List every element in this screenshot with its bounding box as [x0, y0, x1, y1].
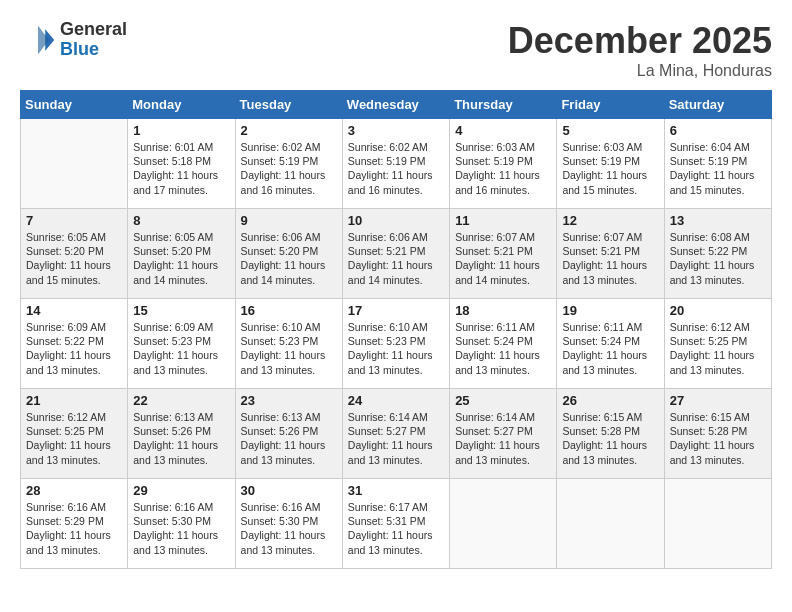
- calendar-cell: 9Sunrise: 6:06 AMSunset: 5:20 PMDaylight…: [235, 209, 342, 299]
- day-info: Sunrise: 6:03 AMSunset: 5:19 PMDaylight:…: [562, 140, 658, 197]
- day-info: Sunrise: 6:15 AMSunset: 5:28 PMDaylight:…: [670, 410, 766, 467]
- day-info: Sunrise: 6:11 AMSunset: 5:24 PMDaylight:…: [455, 320, 551, 377]
- day-info: Sunrise: 6:10 AMSunset: 5:23 PMDaylight:…: [348, 320, 444, 377]
- day-info: Sunrise: 6:02 AMSunset: 5:19 PMDaylight:…: [241, 140, 337, 197]
- calendar-cell: 11Sunrise: 6:07 AMSunset: 5:21 PMDayligh…: [450, 209, 557, 299]
- calendar-cell: 15Sunrise: 6:09 AMSunset: 5:23 PMDayligh…: [128, 299, 235, 389]
- weekday-header-wednesday: Wednesday: [342, 91, 449, 119]
- calendar-cell: 25Sunrise: 6:14 AMSunset: 5:27 PMDayligh…: [450, 389, 557, 479]
- calendar-cell: 19Sunrise: 6:11 AMSunset: 5:24 PMDayligh…: [557, 299, 664, 389]
- day-number: 7: [26, 213, 122, 228]
- day-number: 26: [562, 393, 658, 408]
- day-number: 23: [241, 393, 337, 408]
- day-info: Sunrise: 6:13 AMSunset: 5:26 PMDaylight:…: [241, 410, 337, 467]
- calendar-cell: [21, 119, 128, 209]
- day-info: Sunrise: 6:02 AMSunset: 5:19 PMDaylight:…: [348, 140, 444, 197]
- day-info: Sunrise: 6:06 AMSunset: 5:20 PMDaylight:…: [241, 230, 337, 287]
- day-info: Sunrise: 6:04 AMSunset: 5:19 PMDaylight:…: [670, 140, 766, 197]
- weekday-header-thursday: Thursday: [450, 91, 557, 119]
- calendar-cell: [450, 479, 557, 569]
- calendar-cell: 22Sunrise: 6:13 AMSunset: 5:26 PMDayligh…: [128, 389, 235, 479]
- day-number: 24: [348, 393, 444, 408]
- calendar-cell: 3Sunrise: 6:02 AMSunset: 5:19 PMDaylight…: [342, 119, 449, 209]
- day-info: Sunrise: 6:16 AMSunset: 5:30 PMDaylight:…: [133, 500, 229, 557]
- calendar-week-row: 28Sunrise: 6:16 AMSunset: 5:29 PMDayligh…: [21, 479, 772, 569]
- day-info: Sunrise: 6:12 AMSunset: 5:25 PMDaylight:…: [670, 320, 766, 377]
- calendar-cell: 26Sunrise: 6:15 AMSunset: 5:28 PMDayligh…: [557, 389, 664, 479]
- location-title: La Mina, Honduras: [508, 62, 772, 80]
- logo-blue-text: Blue: [60, 40, 127, 60]
- logo-icon: [20, 22, 56, 58]
- weekday-header-monday: Monday: [128, 91, 235, 119]
- calendar-cell: 28Sunrise: 6:16 AMSunset: 5:29 PMDayligh…: [21, 479, 128, 569]
- day-info: Sunrise: 6:08 AMSunset: 5:22 PMDaylight:…: [670, 230, 766, 287]
- calendar-cell: 10Sunrise: 6:06 AMSunset: 5:21 PMDayligh…: [342, 209, 449, 299]
- day-number: 3: [348, 123, 444, 138]
- day-number: 15: [133, 303, 229, 318]
- day-number: 30: [241, 483, 337, 498]
- day-number: 12: [562, 213, 658, 228]
- calendar-cell: 14Sunrise: 6:09 AMSunset: 5:22 PMDayligh…: [21, 299, 128, 389]
- calendar-cell: 23Sunrise: 6:13 AMSunset: 5:26 PMDayligh…: [235, 389, 342, 479]
- day-info: Sunrise: 6:14 AMSunset: 5:27 PMDaylight:…: [455, 410, 551, 467]
- day-number: 17: [348, 303, 444, 318]
- calendar-week-row: 1Sunrise: 6:01 AMSunset: 5:18 PMDaylight…: [21, 119, 772, 209]
- day-info: Sunrise: 6:16 AMSunset: 5:30 PMDaylight:…: [241, 500, 337, 557]
- day-info: Sunrise: 6:07 AMSunset: 5:21 PMDaylight:…: [455, 230, 551, 287]
- day-number: 28: [26, 483, 122, 498]
- day-info: Sunrise: 6:13 AMSunset: 5:26 PMDaylight:…: [133, 410, 229, 467]
- weekday-header-saturday: Saturday: [664, 91, 771, 119]
- calendar-cell: 6Sunrise: 6:04 AMSunset: 5:19 PMDaylight…: [664, 119, 771, 209]
- calendar-cell: 24Sunrise: 6:14 AMSunset: 5:27 PMDayligh…: [342, 389, 449, 479]
- day-info: Sunrise: 6:05 AMSunset: 5:20 PMDaylight:…: [133, 230, 229, 287]
- calendar-cell: [664, 479, 771, 569]
- day-number: 4: [455, 123, 551, 138]
- calendar-cell: 20Sunrise: 6:12 AMSunset: 5:25 PMDayligh…: [664, 299, 771, 389]
- day-number: 9: [241, 213, 337, 228]
- day-number: 1: [133, 123, 229, 138]
- calendar-cell: 31Sunrise: 6:17 AMSunset: 5:31 PMDayligh…: [342, 479, 449, 569]
- day-info: Sunrise: 6:17 AMSunset: 5:31 PMDaylight:…: [348, 500, 444, 557]
- day-number: 14: [26, 303, 122, 318]
- day-number: 2: [241, 123, 337, 138]
- svg-marker-1: [38, 25, 49, 54]
- day-info: Sunrise: 6:12 AMSunset: 5:25 PMDaylight:…: [26, 410, 122, 467]
- day-number: 11: [455, 213, 551, 228]
- calendar-cell: 8Sunrise: 6:05 AMSunset: 5:20 PMDaylight…: [128, 209, 235, 299]
- day-number: 5: [562, 123, 658, 138]
- calendar-week-row: 14Sunrise: 6:09 AMSunset: 5:22 PMDayligh…: [21, 299, 772, 389]
- page-header: General Blue December 2025 La Mina, Hond…: [20, 20, 772, 80]
- weekday-header-sunday: Sunday: [21, 91, 128, 119]
- day-info: Sunrise: 6:06 AMSunset: 5:21 PMDaylight:…: [348, 230, 444, 287]
- calendar-cell: 7Sunrise: 6:05 AMSunset: 5:20 PMDaylight…: [21, 209, 128, 299]
- logo: General Blue: [20, 20, 127, 60]
- calendar-table: SundayMondayTuesdayWednesdayThursdayFrid…: [20, 90, 772, 569]
- day-number: 13: [670, 213, 766, 228]
- weekday-header-row: SundayMondayTuesdayWednesdayThursdayFrid…: [21, 91, 772, 119]
- calendar-cell: 2Sunrise: 6:02 AMSunset: 5:19 PMDaylight…: [235, 119, 342, 209]
- day-info: Sunrise: 6:09 AMSunset: 5:22 PMDaylight:…: [26, 320, 122, 377]
- calendar-cell: 13Sunrise: 6:08 AMSunset: 5:22 PMDayligh…: [664, 209, 771, 299]
- calendar-cell: 30Sunrise: 6:16 AMSunset: 5:30 PMDayligh…: [235, 479, 342, 569]
- calendar-cell: 29Sunrise: 6:16 AMSunset: 5:30 PMDayligh…: [128, 479, 235, 569]
- day-number: 21: [26, 393, 122, 408]
- day-info: Sunrise: 6:14 AMSunset: 5:27 PMDaylight:…: [348, 410, 444, 467]
- day-info: Sunrise: 6:01 AMSunset: 5:18 PMDaylight:…: [133, 140, 229, 197]
- weekday-header-tuesday: Tuesday: [235, 91, 342, 119]
- weekday-header-friday: Friday: [557, 91, 664, 119]
- calendar-cell: 5Sunrise: 6:03 AMSunset: 5:19 PMDaylight…: [557, 119, 664, 209]
- day-number: 18: [455, 303, 551, 318]
- calendar-week-row: 21Sunrise: 6:12 AMSunset: 5:25 PMDayligh…: [21, 389, 772, 479]
- day-info: Sunrise: 6:11 AMSunset: 5:24 PMDaylight:…: [562, 320, 658, 377]
- day-info: Sunrise: 6:03 AMSunset: 5:19 PMDaylight:…: [455, 140, 551, 197]
- calendar-cell: 21Sunrise: 6:12 AMSunset: 5:25 PMDayligh…: [21, 389, 128, 479]
- day-number: 19: [562, 303, 658, 318]
- day-number: 10: [348, 213, 444, 228]
- day-info: Sunrise: 6:15 AMSunset: 5:28 PMDaylight:…: [562, 410, 658, 467]
- logo-general-text: General: [60, 20, 127, 40]
- calendar-cell: 17Sunrise: 6:10 AMSunset: 5:23 PMDayligh…: [342, 299, 449, 389]
- calendar-cell: 16Sunrise: 6:10 AMSunset: 5:23 PMDayligh…: [235, 299, 342, 389]
- calendar-week-row: 7Sunrise: 6:05 AMSunset: 5:20 PMDaylight…: [21, 209, 772, 299]
- day-info: Sunrise: 6:09 AMSunset: 5:23 PMDaylight:…: [133, 320, 229, 377]
- day-info: Sunrise: 6:05 AMSunset: 5:20 PMDaylight:…: [26, 230, 122, 287]
